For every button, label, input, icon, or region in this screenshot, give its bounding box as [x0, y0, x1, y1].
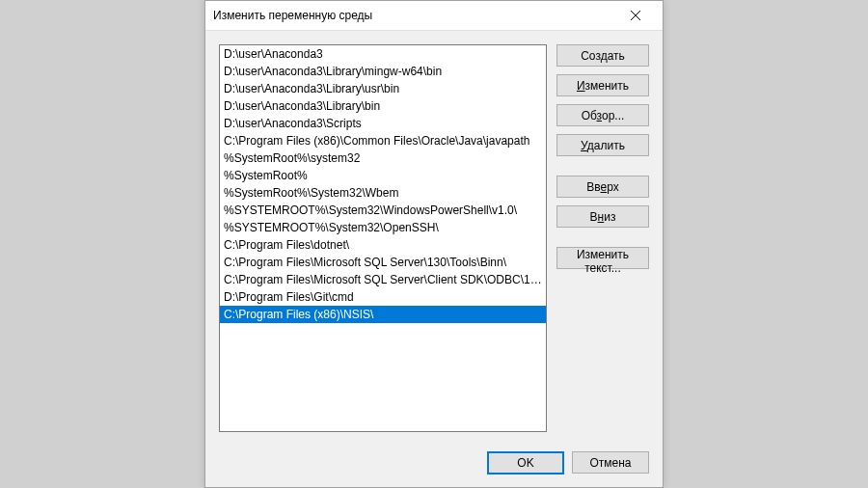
browse-button[interactable]: Обзор... [556, 104, 649, 126]
list-item[interactable]: %SystemRoot% [220, 167, 546, 184]
titlebar: Изменить переменную среды [205, 1, 663, 31]
ok-button[interactable]: OK [487, 451, 564, 474]
edit-text-button[interactable]: Изменить текст... [556, 247, 649, 269]
side-button-column: Создать Изменить Обзор... Удалить Вверх [556, 44, 649, 432]
list-item[interactable]: D:\user\Anaconda3\Scripts [220, 115, 546, 132]
new-button-label: Создать [581, 49, 625, 63]
edit-text-button-label: Изменить текст... [577, 248, 629, 275]
list-item[interactable]: C:\Program Files\Microsoft SQL Server\13… [220, 254, 546, 271]
list-item[interactable]: %SystemRoot%\System32\Wbem [220, 184, 546, 202]
edit-button[interactable]: Изменить [556, 74, 649, 96]
list-item[interactable]: C:\Program Files\dotnet\ [220, 236, 546, 254]
close-button[interactable] [616, 2, 655, 29]
path-listbox[interactable]: D:\user\Anaconda3D:\user\Anaconda3\Libra… [219, 44, 547, 432]
new-button[interactable]: Создать [556, 44, 649, 67]
cancel-button[interactable]: Отмена [572, 451, 649, 474]
list-item[interactable]: D:\user\Anaconda3\Library\mingw-w64\bin [220, 63, 546, 80]
dialog-title: Изменить переменную среды [213, 9, 616, 22]
list-item[interactable]: C:\Program Files (x86)\Common Files\Orac… [220, 132, 546, 149]
list-item[interactable]: D:\user\Anaconda3\Library\bin [220, 97, 546, 115]
list-item[interactable]: %SYSTEMROOT%\System32\OpenSSH\ [220, 219, 546, 236]
list-item[interactable]: D:\Program Files\Git\cmd [220, 288, 546, 306]
list-item[interactable]: %SYSTEMROOT%\System32\WindowsPowerShell\… [220, 202, 546, 219]
move-down-button[interactable]: Вниз [556, 205, 649, 228]
list-item[interactable]: %SystemRoot%\system32 [220, 149, 546, 167]
delete-button[interactable]: Удалить [556, 134, 649, 156]
close-icon [631, 11, 640, 20]
env-var-dialog: Изменить переменную среды D:\user\Anacon… [204, 0, 664, 488]
move-up-button[interactable]: Вверх [556, 176, 649, 198]
dialog-footer: OK Отмена [487, 451, 649, 474]
list-item[interactable]: C:\Program Files (x86)\NSIS\ [220, 306, 546, 323]
cancel-button-label: Отмена [589, 456, 631, 470]
dialog-body: D:\user\Anaconda3D:\user\Anaconda3\Libra… [205, 31, 663, 488]
list-item[interactable]: D:\user\Anaconda3 [220, 45, 546, 63]
list-item[interactable]: C:\Program Files\Microsoft SQL Server\Cl… [220, 271, 546, 288]
list-item[interactable]: D:\user\Anaconda3\Library\usr\bin [220, 80, 546, 97]
ok-button-label: OK [517, 456, 533, 470]
